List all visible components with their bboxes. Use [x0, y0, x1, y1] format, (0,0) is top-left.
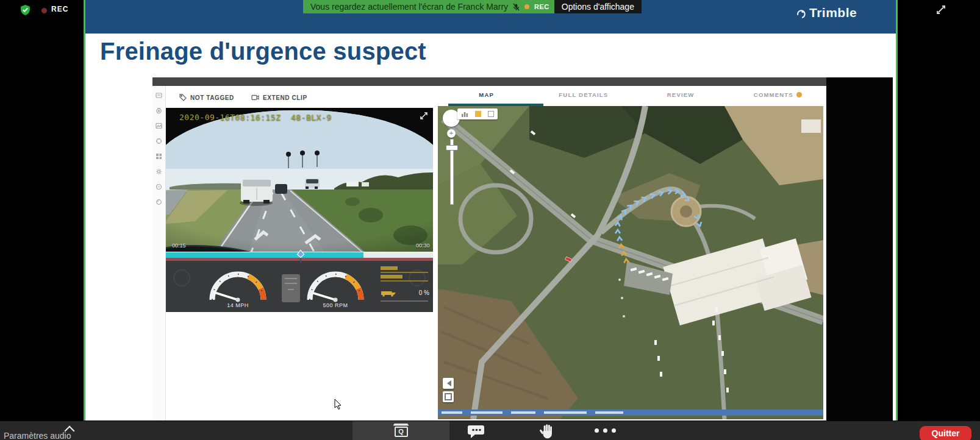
extend-clip-icon — [251, 94, 259, 101]
truck-load-icon — [381, 289, 396, 297]
satellite-map[interactable]: + — [438, 106, 823, 419]
app-sidebar: ? — [152, 86, 166, 420]
audio-settings-button[interactable]: Paramètres audio — [4, 431, 71, 440]
qa-icon: Q — [393, 424, 410, 438]
banner-message: Vous regardez actuellement l'écran de Fr… — [310, 2, 508, 12]
qa-button[interactable]: Q — [352, 421, 449, 440]
dash-info-column: 0 % — [381, 264, 429, 302]
screen-share-banner: Vous regardez actuellement l'écran de Fr… — [303, 0, 642, 13]
video-elapsed-time: 00:15 — [172, 243, 186, 249]
fullscreen-expand-icon[interactable] — [935, 4, 946, 15]
chart-layer-icon[interactable] — [461, 111, 468, 117]
chat-bubble-icon — [467, 424, 485, 439]
banner-rec-dot-icon — [524, 4, 529, 9]
display-options-button[interactable]: Options d'affichage — [554, 0, 642, 13]
tab-full-details[interactable]: FULL DETAILS — [535, 86, 632, 104]
sidebar-settings-icon[interactable] — [156, 168, 162, 175]
dashcam-video[interactable] — [166, 108, 433, 252]
banner-message-area: Vous regardez actuellement l'écran de Fr… — [303, 0, 554, 13]
security-shield-icon — [20, 4, 31, 16]
mic-muted-icon — [513, 3, 520, 11]
leave-meeting-button[interactable]: Quitter — [920, 426, 971, 440]
raise-hand-button[interactable] — [539, 423, 555, 439]
embedded-screenshot-top-strip — [152, 77, 826, 86]
video-timestamp-overlay: 2020-09-16T08:16:15Z 48-BLX-9 — [179, 113, 332, 122]
pan-down-icon[interactable] — [449, 121, 454, 126]
speed-gauge — [201, 264, 274, 306]
video-expand-icon[interactable] — [420, 112, 428, 120]
sidebar-target-icon[interactable] — [156, 138, 162, 144]
recording-dot-icon — [41, 8, 47, 13]
map-attribution-bar — [438, 410, 823, 416]
zoom-slider-handle[interactable] — [446, 145, 458, 151]
mouse-cursor-icon — [334, 399, 344, 410]
sidebar-card-icon[interactable] — [156, 92, 162, 99]
sidebar-camera-icon[interactable] — [156, 107, 162, 114]
sidebar-help-icon[interactable]: ? — [156, 183, 162, 190]
pan-up-icon[interactable] — [449, 111, 454, 116]
raise-hand-icon — [539, 423, 555, 439]
recording-label: REC — [51, 5, 68, 13]
tag-status-button[interactable]: NOT TAGGED — [190, 94, 234, 101]
trimble-logo-text: Trimble — [809, 5, 857, 20]
dash-ghost-dial-left — [173, 269, 190, 286]
satellite-layer-button[interactable] — [475, 111, 481, 117]
rpm-value: 500 RPM — [299, 302, 372, 308]
tag-icon — [179, 94, 187, 101]
video-duration: 00:30 — [416, 243, 430, 249]
dash-info-text-1 — [381, 266, 398, 270]
telemetry-dashboard: 14 MPH 500 RPM 0 % — [166, 261, 433, 312]
trimble-logo-icon — [796, 8, 806, 18]
zoom-in-button[interactable]: + — [447, 129, 456, 138]
trimble-logo: Trimble — [796, 5, 857, 20]
tab-review[interactable]: REVIEW — [632, 86, 729, 104]
map-extent-button[interactable] — [443, 391, 454, 402]
extend-clip-button[interactable]: EXTEND CLIP — [263, 94, 307, 101]
slide-title: Freinage d'urgence suspect — [100, 38, 426, 65]
playhead-marker-icon[interactable] — [296, 249, 305, 264]
tab-map[interactable]: MAP — [438, 86, 535, 104]
load-percent-value: 0 % — [419, 289, 429, 296]
meeting-window: REC Trimble Freinage d'urgence suspect V… — [0, 0, 980, 440]
sidebar-image-icon[interactable] — [156, 122, 162, 129]
sidebar-grid-icon[interactable] — [156, 153, 162, 160]
back-arrow-icon — [444, 380, 451, 386]
extent-icon — [445, 393, 452, 400]
dash-status-panel — [282, 274, 300, 302]
map-imagery — [438, 106, 823, 419]
speed-value: 14 MPH — [201, 302, 274, 308]
comments-badge — [796, 92, 802, 98]
sidebar-lens-icon[interactable] — [156, 199, 162, 205]
meeting-control-bar — [0, 421, 980, 440]
tab-comments[interactable]: COMMENTS — [729, 86, 826, 104]
map-back-button[interactable] — [443, 378, 454, 389]
pan-left-icon[interactable] — [444, 116, 449, 121]
chat-button[interactable] — [467, 424, 485, 439]
more-options-button[interactable] — [595, 428, 616, 433]
attribution-text-smudge — [442, 411, 462, 414]
map-layer-toolbar — [457, 108, 498, 119]
rpm-gauge — [299, 264, 372, 306]
svg-text:?: ? — [158, 185, 160, 189]
video-toolbar: NOT TAGGED EXTEND CLIP — [166, 87, 433, 108]
video-progress-fill — [166, 252, 363, 258]
map-tab-bar: MAP FULL DETAILS REVIEW COMMENTS — [438, 86, 826, 104]
banner-rec-label: REC — [534, 3, 549, 10]
dashcam-scene — [166, 110, 433, 252]
map-layer-button[interactable] — [488, 111, 494, 117]
dash-info-text-2 — [381, 275, 402, 279]
embedded-screenshot-black-band — [826, 77, 893, 420]
